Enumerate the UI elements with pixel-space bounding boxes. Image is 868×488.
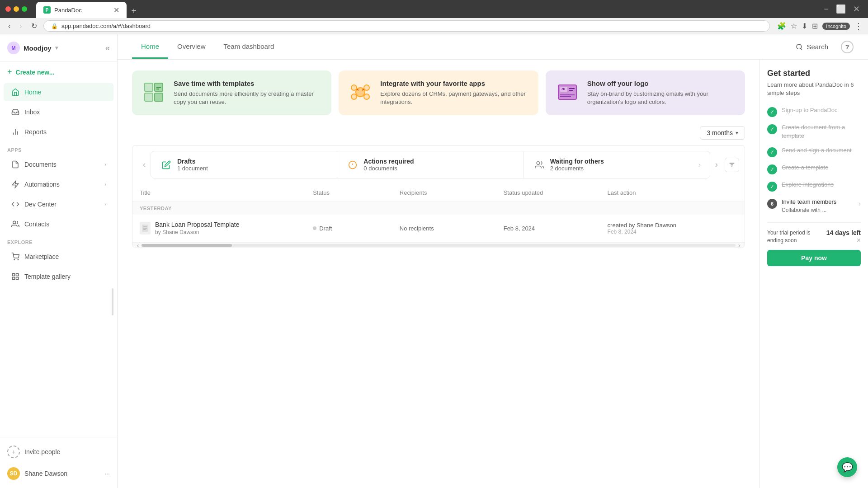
home-label: Home [24,89,41,96]
table-row[interactable]: Bank Loan Proposal Template by Shane Daw… [132,215,745,242]
scroll-right-btn[interactable]: › [737,244,741,247]
months-selector-btn[interactable]: 3 months ▾ [700,126,745,140]
sidebar-item-home[interactable]: Home [4,83,113,101]
months-chevron-icon: ▾ [736,130,738,136]
trial-close-btn[interactable]: × [857,236,861,244]
inbox-label: Inbox [24,108,40,116]
close-btn[interactable]: ✕ [850,3,863,15]
drafts-tab-icon [160,159,173,171]
trial-info-row: Your trial period is ending soon 14 days… [767,229,861,244]
step-invite[interactable]: 6 Invite team members Collaborate with .… [767,198,861,213]
workspace-selector[interactable]: M Moodjoy ▾ [7,42,58,54]
doc-tab-actions-required[interactable]: Actions required 0 documents [337,151,524,178]
collapse-sidebar-btn[interactable]: « [105,43,110,53]
templates-promo-desc: Send documents more efficiently by creat… [174,90,322,106]
refresh-btn[interactable]: ↻ [28,20,40,32]
sidebar-item-documents[interactable]: Documents › [4,155,113,174]
chat-bubble[interactable]: 💬 [837,457,857,477]
table-header: Title Status Recipients Status updated L… [132,184,745,202]
svg-marker-3 [12,181,19,188]
minimize-btn[interactable]: − [821,4,831,15]
sidebar-item-template-gallery[interactable]: Template gallery [4,267,113,286]
doc-tab-drafts[interactable]: Drafts 1 document [151,151,337,178]
next-tab-btn[interactable]: › [710,159,723,171]
pay-now-button[interactable]: Pay now [767,250,861,266]
col-last-action: Last action [608,189,737,196]
layout-icon[interactable]: ⊞ [812,22,818,30]
trial-days-container: 14 days left × [826,229,861,244]
browser-tab[interactable]: P PandaDoc ✕ [36,2,127,18]
extensions-icon[interactable]: 🧩 [777,22,786,30]
invite-people-btn[interactable]: + Invite people [0,441,117,463]
template-gallery-label: Template gallery [24,273,71,280]
user-profile-btn[interactable]: SD Shane Dawson ··· [0,463,117,484]
scroll-left-btn[interactable]: ‹ [136,244,140,247]
step-create-doc-check: ✓ [767,124,777,134]
scroll-track [142,244,736,247]
last-action-text: created by Shane Dawson [608,222,737,229]
apps-section-label: APPS [0,142,117,155]
sidebar-item-contacts[interactable]: Contacts [4,215,113,233]
actions-tab-title: Actions required [363,158,414,165]
svg-point-21 [364,85,369,90]
sidebar-item-reports[interactable]: Reports [4,123,113,141]
step-explore-label: Explore integrations [782,181,834,189]
create-new-button[interactable]: + Create new... [0,62,117,82]
main-content: Home Overview Team dashboard Search ? [118,34,868,488]
integrations-promo-desc: Explore dozens of CRMs, payment gateways… [380,90,529,106]
sidebar-item-inbox[interactable]: Inbox [4,103,113,121]
invite-arrow-icon: › [859,200,861,208]
doc-tabs: Drafts 1 document Actions requir [151,151,710,178]
forward-btn[interactable]: › [17,20,24,32]
address-url: app.pandadoc.com/a/#/dashboard [61,23,151,29]
pandadoc-favicon: P [43,6,51,14]
invite-people-icon: + [7,446,20,458]
drafts-tab-count: 1 document [177,165,208,172]
sidebar-item-automations[interactable]: Automations › [4,175,113,193]
user-menu-dots[interactable]: ··· [104,470,110,477]
svg-line-12 [801,48,802,50]
tab-close-icon[interactable]: ✕ [113,6,119,14]
horizontal-scrollbar[interactable]: ‹ › [132,242,745,248]
new-tab-btn[interactable]: + [127,4,141,18]
doc-tab-waiting[interactable]: Waiting for others 2 documents › [524,151,710,178]
back-btn[interactable]: ‹ [5,20,13,32]
integrations-promo-title: Integrate with your favorite apps [380,80,529,87]
promo-card-integrations[interactable]: Integrate with your favorite apps Explor… [339,70,538,115]
tab-title: PandaDoc [54,7,82,14]
tab-team-dashboard[interactable]: Team dashboard [215,35,283,59]
prev-tab-btn[interactable]: ‹ [138,159,151,171]
template-gallery-icon [11,272,20,281]
doc-title-cell: Bank Loan Proposal Template by Shane Daw… [140,221,313,235]
menu-icon[interactable]: ⋮ [854,21,863,31]
sidebar-item-dev-center[interactable]: Dev Center › [4,195,113,213]
workspace-name-label: Moodjoy [24,44,52,52]
col-recipients: Recipients [400,189,504,196]
maximize-btn[interactable]: ⬜ [833,3,849,15]
sidebar-item-marketplace[interactable]: Marketplace [4,248,113,266]
sidebar-footer: + Invite people SD Shane Dawson ··· [0,437,117,488]
right-panel: Get started Learn more about PandaDoc in… [760,60,868,488]
scroll-thumb[interactable] [142,244,232,247]
address-bar[interactable]: 🔒 app.pandadoc.com/a/#/dashboard [43,20,770,32]
filter-btn[interactable] [725,158,739,172]
tab-home[interactable]: Home [132,35,168,59]
waiting-tab-title: Waiting for others [550,158,604,165]
step-invite-number: 6 [767,199,777,209]
bookmark-icon[interactable]: ☆ [791,22,797,30]
step-create-template-label: Create a template [782,164,828,172]
drafts-tab-title: Drafts [177,158,208,165]
templates-promo-title: Save time with templates [174,80,322,87]
promo-card-logo[interactable]: Show off your logo Stay on-brand by cust… [546,70,745,115]
search-button[interactable]: Search [790,40,834,53]
last-action-date: Feb 8, 2024 [608,229,737,235]
logo-promo-desc: Stay on-brand by customizing emails with… [587,90,736,106]
help-button[interactable]: ? [841,41,854,53]
tab-overview[interactable]: Overview [168,35,215,59]
download-icon[interactable]: ⬇ [802,22,807,30]
doc-author: by Shane Dawson [155,229,240,235]
documents-chevron-icon: › [104,161,106,168]
promo-card-templates[interactable]: Save time with templates Send documents … [132,70,331,115]
automations-icon [11,180,20,189]
svg-rect-13 [145,83,153,91]
